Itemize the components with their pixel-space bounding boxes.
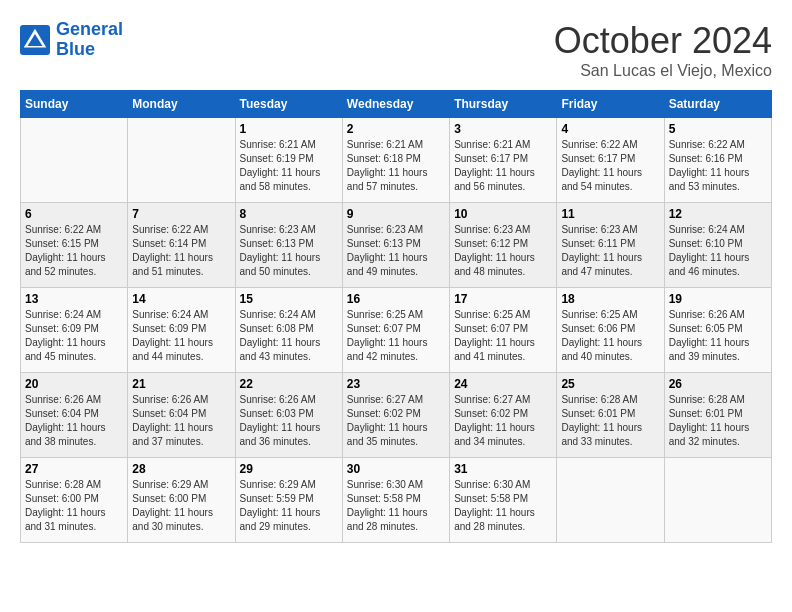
day-info: Sunrise: 6:23 AMSunset: 6:13 PMDaylight:… xyxy=(347,223,445,279)
day-info: Sunrise: 6:24 AMSunset: 6:08 PMDaylight:… xyxy=(240,308,338,364)
calendar-cell: 24Sunrise: 6:27 AMSunset: 6:02 PMDayligh… xyxy=(450,373,557,458)
logo-text: General Blue xyxy=(56,20,123,60)
calendar-cell: 10Sunrise: 6:23 AMSunset: 6:12 PMDayligh… xyxy=(450,203,557,288)
day-number: 13 xyxy=(25,292,123,306)
day-number: 25 xyxy=(561,377,659,391)
calendar-cell: 22Sunrise: 6:26 AMSunset: 6:03 PMDayligh… xyxy=(235,373,342,458)
day-number: 19 xyxy=(669,292,767,306)
day-number: 2 xyxy=(347,122,445,136)
day-number: 27 xyxy=(25,462,123,476)
day-number: 31 xyxy=(454,462,552,476)
calendar-cell: 19Sunrise: 6:26 AMSunset: 6:05 PMDayligh… xyxy=(664,288,771,373)
day-number: 5 xyxy=(669,122,767,136)
day-info: Sunrise: 6:21 AMSunset: 6:17 PMDaylight:… xyxy=(454,138,552,194)
location-subtitle: San Lucas el Viejo, Mexico xyxy=(554,62,772,80)
calendar-cell: 13Sunrise: 6:24 AMSunset: 6:09 PMDayligh… xyxy=(21,288,128,373)
day-number: 8 xyxy=(240,207,338,221)
day-info: Sunrise: 6:30 AMSunset: 5:58 PMDaylight:… xyxy=(347,478,445,534)
calendar-cell: 2Sunrise: 6:21 AMSunset: 6:18 PMDaylight… xyxy=(342,118,449,203)
week-row-4: 20Sunrise: 6:26 AMSunset: 6:04 PMDayligh… xyxy=(21,373,772,458)
calendar-cell: 3Sunrise: 6:21 AMSunset: 6:17 PMDaylight… xyxy=(450,118,557,203)
day-info: Sunrise: 6:21 AMSunset: 6:19 PMDaylight:… xyxy=(240,138,338,194)
day-number: 23 xyxy=(347,377,445,391)
day-number: 17 xyxy=(454,292,552,306)
calendar-cell: 30Sunrise: 6:30 AMSunset: 5:58 PMDayligh… xyxy=(342,458,449,543)
day-info: Sunrise: 6:27 AMSunset: 6:02 PMDaylight:… xyxy=(454,393,552,449)
calendar-cell: 14Sunrise: 6:24 AMSunset: 6:09 PMDayligh… xyxy=(128,288,235,373)
day-number: 16 xyxy=(347,292,445,306)
week-row-1: 1Sunrise: 6:21 AMSunset: 6:19 PMDaylight… xyxy=(21,118,772,203)
day-number: 10 xyxy=(454,207,552,221)
day-info: Sunrise: 6:27 AMSunset: 6:02 PMDaylight:… xyxy=(347,393,445,449)
day-number: 14 xyxy=(132,292,230,306)
day-info: Sunrise: 6:21 AMSunset: 6:18 PMDaylight:… xyxy=(347,138,445,194)
title-section: October 2024 San Lucas el Viejo, Mexico xyxy=(554,20,772,80)
day-info: Sunrise: 6:28 AMSunset: 6:01 PMDaylight:… xyxy=(561,393,659,449)
day-number: 7 xyxy=(132,207,230,221)
day-number: 29 xyxy=(240,462,338,476)
day-number: 26 xyxy=(669,377,767,391)
calendar-cell: 12Sunrise: 6:24 AMSunset: 6:10 PMDayligh… xyxy=(664,203,771,288)
calendar-cell: 23Sunrise: 6:27 AMSunset: 6:02 PMDayligh… xyxy=(342,373,449,458)
day-number: 24 xyxy=(454,377,552,391)
calendar-cell xyxy=(664,458,771,543)
day-number: 20 xyxy=(25,377,123,391)
day-info: Sunrise: 6:25 AMSunset: 6:07 PMDaylight:… xyxy=(454,308,552,364)
day-info: Sunrise: 6:29 AMSunset: 6:00 PMDaylight:… xyxy=(132,478,230,534)
calendar-cell: 29Sunrise: 6:29 AMSunset: 5:59 PMDayligh… xyxy=(235,458,342,543)
day-info: Sunrise: 6:26 AMSunset: 6:04 PMDaylight:… xyxy=(132,393,230,449)
calendar-cell: 25Sunrise: 6:28 AMSunset: 6:01 PMDayligh… xyxy=(557,373,664,458)
day-info: Sunrise: 6:23 AMSunset: 6:13 PMDaylight:… xyxy=(240,223,338,279)
calendar-cell: 5Sunrise: 6:22 AMSunset: 6:16 PMDaylight… xyxy=(664,118,771,203)
weekday-header-tuesday: Tuesday xyxy=(235,91,342,118)
day-info: Sunrise: 6:28 AMSunset: 6:01 PMDaylight:… xyxy=(669,393,767,449)
day-info: Sunrise: 6:24 AMSunset: 6:09 PMDaylight:… xyxy=(132,308,230,364)
weekday-header-wednesday: Wednesday xyxy=(342,91,449,118)
weekday-header-friday: Friday xyxy=(557,91,664,118)
day-info: Sunrise: 6:23 AMSunset: 6:11 PMDaylight:… xyxy=(561,223,659,279)
calendar-cell: 21Sunrise: 6:26 AMSunset: 6:04 PMDayligh… xyxy=(128,373,235,458)
day-number: 21 xyxy=(132,377,230,391)
calendar-cell: 4Sunrise: 6:22 AMSunset: 6:17 PMDaylight… xyxy=(557,118,664,203)
calendar-cell: 26Sunrise: 6:28 AMSunset: 6:01 PMDayligh… xyxy=(664,373,771,458)
day-number: 6 xyxy=(25,207,123,221)
weekday-header-monday: Monday xyxy=(128,91,235,118)
weekday-header-sunday: Sunday xyxy=(21,91,128,118)
calendar-cell xyxy=(128,118,235,203)
day-number: 9 xyxy=(347,207,445,221)
calendar-cell: 1Sunrise: 6:21 AMSunset: 6:19 PMDaylight… xyxy=(235,118,342,203)
day-info: Sunrise: 6:22 AMSunset: 6:14 PMDaylight:… xyxy=(132,223,230,279)
day-info: Sunrise: 6:22 AMSunset: 6:16 PMDaylight:… xyxy=(669,138,767,194)
calendar-cell: 11Sunrise: 6:23 AMSunset: 6:11 PMDayligh… xyxy=(557,203,664,288)
day-info: Sunrise: 6:22 AMSunset: 6:17 PMDaylight:… xyxy=(561,138,659,194)
calendar-cell: 8Sunrise: 6:23 AMSunset: 6:13 PMDaylight… xyxy=(235,203,342,288)
calendar-cell: 17Sunrise: 6:25 AMSunset: 6:07 PMDayligh… xyxy=(450,288,557,373)
day-number: 30 xyxy=(347,462,445,476)
day-info: Sunrise: 6:25 AMSunset: 6:07 PMDaylight:… xyxy=(347,308,445,364)
calendar-cell: 27Sunrise: 6:28 AMSunset: 6:00 PMDayligh… xyxy=(21,458,128,543)
day-info: Sunrise: 6:26 AMSunset: 6:04 PMDaylight:… xyxy=(25,393,123,449)
calendar-cell: 6Sunrise: 6:22 AMSunset: 6:15 PMDaylight… xyxy=(21,203,128,288)
day-info: Sunrise: 6:30 AMSunset: 5:58 PMDaylight:… xyxy=(454,478,552,534)
day-number: 4 xyxy=(561,122,659,136)
day-info: Sunrise: 6:24 AMSunset: 6:10 PMDaylight:… xyxy=(669,223,767,279)
calendar-cell: 15Sunrise: 6:24 AMSunset: 6:08 PMDayligh… xyxy=(235,288,342,373)
calendar-cell xyxy=(557,458,664,543)
week-row-5: 27Sunrise: 6:28 AMSunset: 6:00 PMDayligh… xyxy=(21,458,772,543)
day-info: Sunrise: 6:29 AMSunset: 5:59 PMDaylight:… xyxy=(240,478,338,534)
day-number: 18 xyxy=(561,292,659,306)
day-number: 11 xyxy=(561,207,659,221)
day-info: Sunrise: 6:26 AMSunset: 6:03 PMDaylight:… xyxy=(240,393,338,449)
day-number: 22 xyxy=(240,377,338,391)
logo-icon xyxy=(20,25,50,55)
calendar-cell: 18Sunrise: 6:25 AMSunset: 6:06 PMDayligh… xyxy=(557,288,664,373)
week-row-3: 13Sunrise: 6:24 AMSunset: 6:09 PMDayligh… xyxy=(21,288,772,373)
day-info: Sunrise: 6:22 AMSunset: 6:15 PMDaylight:… xyxy=(25,223,123,279)
month-title: October 2024 xyxy=(554,20,772,62)
weekday-header-saturday: Saturday xyxy=(664,91,771,118)
day-number: 1 xyxy=(240,122,338,136)
calendar-cell: 28Sunrise: 6:29 AMSunset: 6:00 PMDayligh… xyxy=(128,458,235,543)
calendar-cell xyxy=(21,118,128,203)
calendar-table: SundayMondayTuesdayWednesdayThursdayFrid… xyxy=(20,90,772,543)
calendar-cell: 16Sunrise: 6:25 AMSunset: 6:07 PMDayligh… xyxy=(342,288,449,373)
